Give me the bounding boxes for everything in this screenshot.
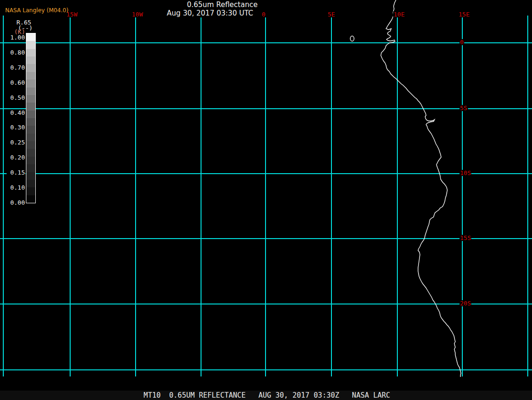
colorbar-tick-label: 0.30	[7, 124, 25, 130]
grid-hline	[0, 304, 532, 304]
longitude-label: 0	[261, 11, 266, 17]
source-label: NASA Langley (M04.0)	[5, 8, 68, 13]
coastline	[381, 0, 461, 377]
island-outline	[350, 36, 354, 41]
colorbar-units: (--)	[18, 25, 32, 31]
grid-vline	[527, 16, 528, 376]
colorbar-tick-label: 0.40	[7, 110, 25, 116]
longitude-label: 10E	[393, 11, 405, 17]
footer-status-text: MT10 0.65UM REFLECTANCE AUG 30, 2017 03:…	[144, 392, 390, 399]
grid-vline	[397, 16, 398, 376]
latitude-label: 20S	[459, 300, 471, 306]
grid-vline	[265, 16, 266, 376]
page-title: 0.65um Reflectance	[187, 1, 258, 8]
timestamp: Aug 30, 2017 03:30 UTC	[166, 10, 254, 17]
colorbar-tick-label: 0.10	[7, 184, 25, 191]
colorbar-tick-label: 0.80	[7, 49, 25, 56]
colorbar-tick-label: 0.00	[7, 200, 25, 206]
colorbar-gradient	[26, 33, 36, 203]
latitude-label: 10S	[459, 170, 471, 176]
colorbar-tick-label: 0.50	[7, 95, 25, 101]
colorbar-tick-label: 0.25	[7, 139, 25, 145]
grid-vline	[462, 16, 463, 376]
grid-hline	[0, 238, 532, 239]
footer-status-bar: MT10 0.65UM REFLECTANCE AUG 30, 2017 03:…	[0, 391, 532, 400]
grid-vline	[135, 16, 136, 376]
grid-vline	[201, 16, 202, 376]
longitude-label: 5E	[327, 11, 336, 17]
grid-vline	[331, 16, 332, 376]
grid-vline	[70, 16, 71, 376]
grid-hline	[0, 42, 532, 43]
latitude-label: 0	[459, 39, 464, 45]
grid-hline	[0, 369, 532, 370]
latitude-label: 5S	[459, 105, 468, 111]
grid-vline	[3, 16, 4, 376]
latitude-label: 15S	[459, 235, 471, 241]
colorbar-tick-label: 0.60	[7, 80, 25, 86]
grid-hline	[0, 108, 532, 109]
longitude-label: 15E	[458, 11, 470, 17]
longitude-label: 10W	[131, 11, 143, 17]
satellite-product-view: { "header": { "source_label": "NASA Lang…	[0, 0, 532, 400]
colorbar-tick-label: 0.15	[7, 169, 25, 176]
colorbar-tick-label: 0.20	[7, 154, 25, 160]
colorbar-tick-label: 0.70	[7, 64, 25, 71]
coastline-layer	[0, 0, 532, 400]
grid-hline	[0, 173, 532, 174]
